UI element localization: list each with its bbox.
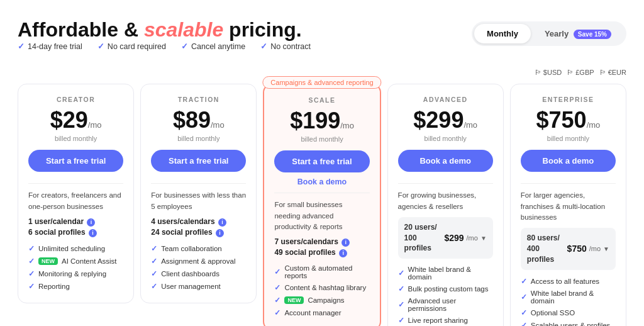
traction-feature-2: ✓Assignment & approval: [151, 255, 246, 267]
scale-feature-3: ✓NEWCampaigns: [274, 294, 369, 306]
scale-tier-label: SCALE: [274, 96, 369, 104]
save-badge: Save 15%: [574, 30, 611, 39]
scale-profiles-info-icon[interactable]: i: [339, 249, 347, 257]
traction-users-info-icon[interactable]: i: [218, 218, 226, 227]
creator-users: 1 user/calendar i: [28, 217, 123, 227]
creator-feature-3: ✓Monitoring & replying: [28, 267, 123, 280]
enterprise-features: ✓Access to all features ✓White label bra…: [521, 275, 616, 326]
traction-plan-card: TRACTION $89/mo billed monthly Start a f…: [140, 84, 257, 303]
feature-no-contract: ✓ No contract: [260, 42, 311, 51]
scale-feature-2: ✓Content & hashtag library: [274, 281, 369, 294]
feature-cancel: ✓ Cancel anytime: [181, 42, 245, 51]
creator-description: For creators, freelancers and one-person…: [28, 190, 123, 212]
scale-plan-card: Campaigns & advanced reporting SCALE $19…: [263, 84, 380, 326]
creator-plan-card: CREATOR $29/mo billed monthly Start a fr…: [18, 84, 134, 303]
monthly-toggle[interactable]: Monthly: [474, 24, 531, 43]
traction-feature-1: ✓Team collaboration: [151, 242, 246, 255]
scale-highlight-label: Campaigns & advanced reporting: [262, 76, 381, 89]
traction-feature-4: ✓User management: [151, 280, 246, 293]
yearly-toggle[interactable]: Yearly Save 15%: [532, 24, 624, 43]
creator-profiles: 6 social profiles i: [28, 228, 123, 237]
scale-billed: billed monthly: [274, 135, 369, 143]
traction-price: $89/mo: [151, 107, 246, 133]
creator-features: ✓Unlimited scheduling ✓NEWAI Content Ass…: [28, 242, 123, 293]
advanced-tier-label: ADVANCED: [398, 96, 493, 103]
enterprise-selector-price: $750/mo ▼: [567, 244, 609, 254]
advanced-feature-4: ✓Live report sharing: [398, 314, 493, 326]
advanced-selector-price: $299/mo ▼: [444, 233, 486, 243]
page-title: Affordable & scalable pricing.: [18, 18, 311, 42]
traction-profiles-info-icon[interactable]: i: [216, 229, 224, 237]
creator-billed: billed monthly: [28, 135, 123, 142]
scale-users: 7 users/calendars i: [274, 237, 369, 247]
enterprise-feature-2: ✓White label brand & domain: [521, 288, 616, 306]
advanced-plan-selector[interactable]: 20 users/100 profiles $299/mo ▼: [398, 217, 493, 259]
traction-users: 4 users/calendars i: [151, 217, 246, 227]
creator-feature-4: ✓Reporting: [28, 280, 123, 293]
traction-features: ✓Team collaboration ✓Assignment & approv…: [151, 242, 246, 293]
feature-highlights: ✓ 14-day free trial ✓ No card required ✓…: [18, 42, 311, 51]
creator-trial-button[interactable]: Start a free trial: [28, 150, 123, 172]
creator-users-info-icon[interactable]: i: [87, 218, 95, 227]
enterprise-feature-4: ✓Scalable users & profiles: [521, 319, 616, 326]
traction-tier-label: TRACTION: [151, 96, 246, 103]
advanced-billed: billed monthly: [398, 135, 493, 142]
enterprise-plan-card: ENTERPRISE $750/mo billed monthly Book a…: [510, 84, 626, 326]
enterprise-description: For larger agencies, franchises & multi-…: [521, 190, 616, 223]
traction-feature-3: ✓Client dashboards: [151, 267, 246, 280]
scale-feature-1: ✓Custom & automated reports: [274, 262, 369, 281]
advanced-description: For growing businesses, agencies & resel…: [398, 190, 493, 212]
advanced-feature-1: ✓White label brand & domain: [398, 264, 493, 283]
enterprise-price: $750/mo: [521, 107, 616, 133]
scale-price: $199/mo: [274, 108, 369, 134]
currency-gbp[interactable]: 🏳 £GBP: [567, 69, 594, 76]
advanced-selector-chevron-icon: ▼: [480, 235, 487, 242]
enterprise-selector-users: 80 users/400 profiles: [527, 233, 567, 264]
scale-trial-button[interactable]: Start a free trial: [274, 150, 369, 172]
traction-profiles: 24 social profiles i: [151, 228, 246, 237]
creator-feature-1: ✓Unlimited scheduling: [28, 242, 123, 255]
enterprise-plan-selector[interactable]: 80 users/400 profiles $750/mo ▼: [521, 228, 616, 269]
advanced-feature-2: ✓Bulk posting custom tags: [398, 283, 493, 295]
creator-feature-2: ✓NEWAI Content Assist: [28, 255, 123, 267]
creator-price: $29/mo: [28, 107, 123, 133]
traction-billed: billed monthly: [151, 135, 246, 142]
creator-profiles-info-icon[interactable]: i: [89, 229, 97, 237]
scale-features: ✓Custom & automated reports ✓Content & h…: [274, 262, 369, 319]
advanced-plan-card: ADVANCED $299/mo billed monthly Book a d…: [387, 84, 504, 326]
enterprise-tier-label: ENTERPRISE: [521, 96, 616, 103]
advanced-selector-users: 20 users/100 profiles: [404, 222, 445, 254]
feature-trial: ✓ 14-day free trial: [18, 42, 82, 51]
pricing-cards: CREATOR $29/mo billed monthly Start a fr…: [18, 84, 626, 326]
scale-profiles: 49 social profiles i: [274, 248, 369, 257]
currency-usd[interactable]: 🏳 $USD: [535, 69, 562, 76]
enterprise-billed: billed monthly: [521, 135, 616, 142]
enterprise-feature-1: ✓Access to all features: [521, 275, 616, 288]
advanced-feature-3: ✓Advanced user permissions: [398, 295, 493, 314]
scale-demo-button[interactable]: Book a demo: [274, 177, 369, 186]
advanced-demo-button[interactable]: Book a demo: [398, 150, 493, 172]
enterprise-demo-button[interactable]: Book a demo: [521, 150, 616, 172]
billing-toggle: Monthly Yearly Save 15%: [472, 21, 626, 46]
enterprise-selector-chevron-icon: ▼: [603, 245, 609, 252]
advanced-features: ✓White label brand & domain ✓Bulk postin…: [398, 264, 493, 326]
scale-description: For small businesses needing advanced pr…: [274, 200, 369, 232]
scale-feature-4: ✓Account manager: [274, 306, 369, 319]
currency-eur[interactable]: 🏳 €EUR: [599, 69, 626, 76]
traction-trial-button[interactable]: Start a free trial: [151, 150, 246, 172]
currency-selector: 🏳 $USD 🏳 £GBP 🏳 €EUR: [535, 69, 626, 76]
traction-description: For businesses with less than 5 employee…: [151, 190, 246, 212]
advanced-price: $299/mo: [398, 107, 493, 133]
enterprise-feature-3: ✓Optional SSO: [521, 306, 616, 319]
feature-no-card: ✓ No card required: [97, 42, 166, 51]
creator-tier-label: CREATOR: [28, 96, 123, 103]
scale-users-info-icon[interactable]: i: [341, 239, 350, 247]
